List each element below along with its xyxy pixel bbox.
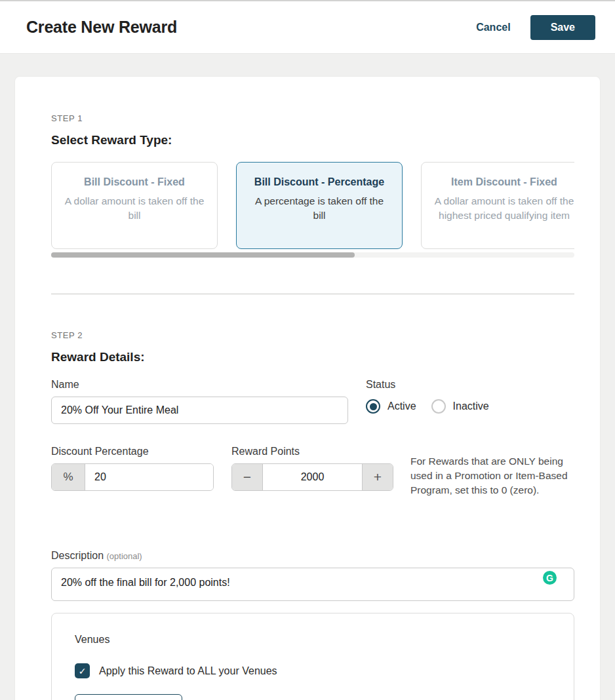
discount-percentage-input[interactable] xyxy=(85,464,213,490)
venues-label: Venues xyxy=(75,634,551,646)
decrement-button[interactable]: − xyxy=(232,464,263,490)
reward-points-help-text: For Rewards that are ONLY being used in … xyxy=(410,446,573,497)
amounts-row: Discount Percentage % Reward Points − + … xyxy=(51,446,573,497)
radio-option-inactive[interactable]: Inactive xyxy=(431,399,489,414)
radio-label-active: Active xyxy=(387,400,416,412)
description-textarea-wrap: 20% off the final bill for 2,000 points!… xyxy=(51,568,574,601)
percent-prefix-icon: % xyxy=(52,464,85,490)
discount-percentage-group: Discount Percentage % xyxy=(51,446,214,497)
checkbox-checked-icon[interactable]: ✓ xyxy=(75,663,90,678)
increment-button[interactable]: + xyxy=(362,464,393,490)
page-header: Create New Reward Cancel Save xyxy=(0,0,615,54)
cancel-button[interactable]: Cancel xyxy=(476,22,510,33)
reward-card-title: Bill Discount - Percentage xyxy=(248,176,390,188)
save-button[interactable]: Save xyxy=(530,15,595,40)
radio-option-active[interactable]: Active xyxy=(366,399,416,414)
reward-card-bill-discount-fixed[interactable]: Bill Discount - Fixed A dollar amount is… xyxy=(51,162,218,249)
description-optional-label: (optional) xyxy=(106,551,142,561)
description-field-group: Description (optional) 20% off the final… xyxy=(51,550,573,601)
select-venues-button[interactable]: Select Venues xyxy=(75,694,182,700)
step2-section: STEP 2 Reward Details: Name Status Activ… xyxy=(51,330,573,700)
status-field-group: Status Active Inactive xyxy=(366,379,489,424)
carousel-scrollbar-track[interactable] xyxy=(51,252,574,258)
description-label-row: Description (optional) xyxy=(51,550,573,562)
radio-unselected-icon xyxy=(431,399,446,414)
section-divider xyxy=(51,294,574,294)
carousel-scrollbar-thumb[interactable] xyxy=(51,252,355,258)
page-title: Create New Reward xyxy=(26,18,177,37)
reward-card-description: A dollar amount is taken off the highest… xyxy=(433,194,574,223)
reward-card-description: A dollar amount is taken off the bill xyxy=(64,194,205,223)
status-radio-group: Active Inactive xyxy=(366,399,489,414)
header-actions: Cancel Save xyxy=(476,15,595,40)
venues-card: Venues ✓ Apply this Reward to ALL your V… xyxy=(51,613,574,700)
discount-percentage-label: Discount Percentage xyxy=(51,446,214,457)
grammarly-icon[interactable]: G xyxy=(543,571,557,585)
discount-percentage-input-group: % xyxy=(51,463,214,491)
name-status-row: Name Status Active Inactive xyxy=(51,379,573,424)
reward-card-title: Item Discount - Fixed xyxy=(433,176,574,188)
select-reward-type-heading: Select Reward Type: xyxy=(51,133,573,147)
step2-label: STEP 2 xyxy=(51,330,573,340)
radio-label-inactive: Inactive xyxy=(453,400,489,412)
apply-all-venues-label: Apply this Reward to ALL your Venues xyxy=(99,665,277,677)
reward-card-bill-discount-percentage[interactable]: Bill Discount - Percentage A percentage … xyxy=(236,162,403,249)
create-reward-panel: STEP 1 Select Reward Type: Bill Discount… xyxy=(14,76,601,700)
reward-points-label: Reward Points xyxy=(231,446,393,457)
status-label: Status xyxy=(366,379,489,391)
description-label: Description xyxy=(51,550,104,561)
reward-card-description: A percentage is taken off the bill xyxy=(248,194,390,223)
step1-label: STEP 1 xyxy=(51,113,573,123)
reward-card-title: Bill Discount - Fixed xyxy=(64,176,205,188)
name-input[interactable] xyxy=(51,397,348,424)
reward-points-stepper: − + xyxy=(231,463,393,491)
name-label: Name xyxy=(51,379,348,391)
description-textarea[interactable]: 20% off the final bill for 2,000 points! xyxy=(51,568,574,601)
radio-selected-icon xyxy=(366,399,380,414)
reward-type-carousel: Bill Discount - Fixed A dollar amount is… xyxy=(51,162,574,249)
reward-points-input[interactable] xyxy=(263,464,362,490)
apply-all-venues-row[interactable]: ✓ Apply this Reward to ALL your Venues xyxy=(75,663,551,678)
reward-card-item-discount-fixed[interactable]: Item Discount - Fixed A dollar amount is… xyxy=(421,162,574,249)
reward-points-group: Reward Points − + xyxy=(231,446,393,497)
reward-details-heading: Reward Details: xyxy=(51,350,573,364)
name-field-group: Name xyxy=(51,379,348,424)
checkmark-icon: ✓ xyxy=(79,667,87,676)
